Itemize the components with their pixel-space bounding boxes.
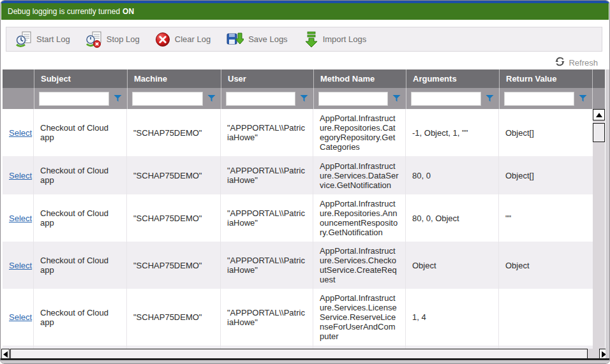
filter-cell-empty [3, 88, 34, 109]
filter-cell-arguments [406, 88, 499, 109]
select-cell: Select [3, 109, 34, 156]
log-grid: Subject Machine User Method Name Argumen… [3, 69, 605, 349]
header-select [3, 69, 34, 88]
refresh-label: Refresh [569, 58, 598, 68]
save-logs-icon [226, 31, 244, 48]
save-logs-button[interactable]: Save Logs [221, 29, 297, 50]
subject-cell: Checkout of Cloud app [34, 194, 127, 242]
method-name-cell: AppPortal.Infrastructure.Repositories.An… [313, 194, 406, 242]
log-toolbar: Start Log Stop Log [6, 27, 602, 52]
filter-input-arguments[interactable] [411, 92, 481, 106]
user-cell: "APPPORTAL\\PatriciaHowe" [221, 156, 313, 194]
select-cell: Select [3, 289, 34, 346]
left-arrow-icon [3, 351, 8, 358]
vertical-scroll-thumb[interactable] [593, 123, 605, 142]
select-cell: Select [3, 156, 34, 194]
filter-cell-return-value [499, 88, 592, 109]
header-machine: Machine [127, 69, 221, 88]
arguments-cell: 80, 0, Object [406, 194, 499, 242]
filter-funnel-icon[interactable] [114, 93, 122, 105]
debug-log-window: Debug logging is currently turned ON Sta… [0, 0, 610, 364]
clear-log-label: Clear Log [175, 34, 211, 44]
filter-input-machine[interactable] [132, 92, 203, 106]
method-name-cell: AppPortal.Infrastructure.Services.DataSe… [313, 156, 406, 194]
header-filler [592, 69, 605, 88]
filter-input-method-name[interactable] [318, 92, 388, 106]
return-value-cell [499, 289, 592, 346]
machine-cell: "SCHAP75DEMO" [127, 242, 221, 289]
filter-funnel-icon[interactable] [207, 93, 216, 105]
machine-cell: "SCHAP75DEMO" [127, 289, 221, 346]
method-name-cell: AppPortal.Infrastructure.Repositories.Ca… [313, 109, 406, 156]
arguments-cell: -1, Object, 1, "" [406, 109, 499, 156]
filter-funnel-icon[interactable] [300, 93, 308, 105]
start-log-label: Start Log [36, 34, 70, 44]
arguments-cell: 80, 0 [406, 156, 499, 194]
window-right-frame [606, 69, 609, 358]
header-user: User [221, 69, 313, 88]
stop-log-label: Stop Log [107, 34, 140, 44]
table-row: Select Checkout of Cloud app "SCHAP75DEM… [3, 194, 593, 242]
grid-header-row: Subject Machine User Method Name Argumen… [3, 69, 605, 88]
header-return-value: Return Value [499, 69, 592, 88]
filter-funnel-icon[interactable] [579, 93, 587, 105]
filter-input-subject[interactable] [39, 92, 109, 106]
import-logs-icon [303, 31, 318, 48]
stop-log-icon [86, 31, 102, 48]
user-cell: "APPPORTAL\\PatriciaHowe" [221, 194, 313, 242]
return-value-cell: Object [499, 242, 592, 289]
machine-cell: "SCHAP75DEMO" [127, 109, 221, 156]
method-name-cell: AppPortal.Infrastructure.Services.Checko… [313, 242, 406, 289]
select-link[interactable]: Select [9, 171, 32, 180]
table-row: Select Checkout of Cloud app "SCHAP75DEM… [3, 109, 593, 156]
filter-cell-machine [127, 88, 221, 109]
select-cell: Select [3, 194, 34, 242]
filter-cell-method-name [313, 88, 406, 109]
return-value-cell: Object[] [499, 109, 592, 156]
user-cell: "APPPORTAL\\PatriciaHowe" [221, 109, 313, 156]
select-link[interactable]: Select [9, 261, 32, 270]
subject-cell: Checkout of Cloud app [34, 242, 127, 289]
filter-cell-user [221, 88, 313, 109]
refresh-button[interactable]: Refresh [555, 57, 598, 68]
clear-log-button[interactable]: Clear Log [150, 29, 221, 50]
return-value-cell: "" [499, 194, 592, 242]
up-arrow-icon [596, 113, 602, 117]
select-link[interactable]: Select [9, 312, 32, 322]
import-logs-button[interactable]: Import Logs [298, 29, 377, 50]
method-name-cell: AppPortal.Infrastructure.Services.Licens… [313, 289, 406, 346]
grid-filter-row [3, 88, 605, 109]
vertical-scrollbar[interactable] [593, 109, 605, 349]
refresh-icon [555, 57, 565, 68]
arguments-cell: Object [406, 242, 499, 289]
machine-cell: "SCHAP75DEMO" [127, 194, 221, 242]
filter-filler [592, 88, 605, 109]
filter-input-user[interactable] [226, 92, 295, 106]
start-log-button[interactable]: Start Log [10, 29, 80, 50]
save-logs-label: Save Logs [248, 34, 287, 44]
header-method-name: Method Name [313, 69, 406, 88]
scroll-up-button[interactable] [593, 109, 605, 120]
status-banner: Debug logging is currently turned ON [1, 3, 609, 20]
user-cell: "APPPORTAL\\PatriciaHowe" [221, 289, 313, 346]
select-cell: Select [3, 242, 34, 289]
banner-status: ON [123, 7, 134, 16]
subject-cell: Checkout of Cloud app [34, 109, 127, 156]
machine-cell: "SCHAP75DEMO" [127, 156, 221, 194]
select-link[interactable]: Select [9, 214, 32, 223]
filter-input-return-value[interactable] [504, 92, 574, 106]
clear-log-icon [155, 32, 170, 47]
start-log-icon [15, 31, 32, 48]
stop-log-button[interactable]: Stop Log [80, 29, 150, 50]
filter-cell-subject [34, 88, 127, 109]
filter-funnel-icon[interactable] [392, 93, 401, 105]
banner-text: Debug logging is currently turned [8, 7, 120, 16]
subject-cell: Checkout of Cloud app [34, 289, 127, 346]
subject-cell: Checkout of Cloud app [34, 156, 127, 194]
select-link[interactable]: Select [9, 128, 32, 138]
window-bottom-frame [1, 358, 609, 363]
filter-funnel-icon[interactable] [486, 93, 494, 105]
grid-body: Select Checkout of Cloud app "SCHAP75DEM… [3, 109, 605, 349]
header-subject: Subject [34, 69, 127, 88]
header-arguments: Arguments [406, 69, 499, 88]
